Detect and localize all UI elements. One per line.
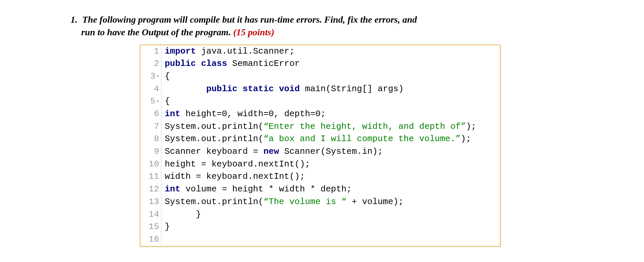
code-content: import java.util.Scanner; <box>161 45 295 58</box>
code-content: public static void main(String[] args) <box>161 83 404 96</box>
fold-chevron-icon[interactable]: ▾ <box>156 73 159 80</box>
line-number: 13 <box>149 196 159 208</box>
code-line: 11width = keyboard.nextInt(); <box>140 170 500 183</box>
code-line: 4 public static void main(String[] args) <box>140 83 500 96</box>
code-token: Scanner(System.in); <box>284 146 383 156</box>
line-number: 3 <box>150 70 156 83</box>
line-number-gutter: 3▾ <box>140 70 161 83</box>
line-number: 7 <box>154 121 159 133</box>
line-number: 15 <box>149 221 159 233</box>
code-token: java.util.Scanner; <box>201 46 295 56</box>
line-number-gutter: 6 <box>140 108 161 121</box>
code-line: 12int volume = height * width * depth; <box>140 183 500 196</box>
code-token: height = keyboard.nextInt(); <box>165 159 310 169</box>
line-number: 14 <box>149 208 159 221</box>
code-token: } <box>165 209 201 219</box>
code-content: height = keyboard.nextInt(); <box>161 158 310 171</box>
code-token: { <box>165 96 170 106</box>
code-token: 0 <box>316 109 321 119</box>
code-line: 14 } <box>140 208 500 221</box>
code-token: new <box>263 146 284 156</box>
code-line: 16 <box>140 233 500 246</box>
code-line: 10height = keyboard.nextInt(); <box>140 158 500 171</box>
line-number: 8 <box>154 133 159 145</box>
code-token: ); <box>466 122 476 131</box>
line-number: 4 <box>154 83 159 96</box>
line-number-gutter: 12 <box>140 183 161 196</box>
code-line: 6int height=0, width=0, depth=0; <box>140 108 500 121</box>
code-token: ; <box>321 109 326 119</box>
code-line: 13System.out.println(“The volume is “ + … <box>140 196 500 208</box>
code-content: System.out.println(“The volume is “ + vo… <box>161 196 404 208</box>
code-token: 0 <box>269 109 274 119</box>
code-content: int height=0, width=0, depth=0; <box>161 108 326 121</box>
code-line: 2public class SemanticError <box>140 58 500 70</box>
code-line: 5▾{ <box>140 95 500 108</box>
code-content: public class SemanticError <box>161 58 300 70</box>
code-token: System.out.println( <box>165 122 263 131</box>
code-token: SemanticError <box>232 59 300 69</box>
code-token: System.out.println( <box>165 134 263 144</box>
code-token: } <box>165 222 170 232</box>
line-number-gutter: 10 <box>140 158 161 171</box>
line-number-gutter: 7 <box>140 121 161 133</box>
line-number-gutter: 1 <box>140 45 161 58</box>
fold-chevron-icon[interactable]: ▾ <box>156 99 159 105</box>
line-number-gutter: 5▾ <box>140 95 161 108</box>
code-token: ); <box>461 134 471 144</box>
line-number-gutter: 15 <box>140 221 161 233</box>
line-number: 10 <box>149 158 159 171</box>
code-token: main(String[] args) <box>305 84 403 94</box>
code-content: Scanner keyboard = new Scanner(System.in… <box>161 145 383 158</box>
code-token: public static void <box>206 84 305 94</box>
code-content: { <box>161 70 170 83</box>
line-number-gutter: 2 <box>140 58 161 70</box>
code-token: import <box>165 46 201 56</box>
line-number: 9 <box>154 145 159 158</box>
line-number: 6 <box>154 108 159 121</box>
line-number: 5 <box>150 95 156 108</box>
code-token: height= <box>185 109 222 119</box>
prompt-text-line1: The following program will compile but i… <box>82 14 417 25</box>
code-content <box>161 233 165 246</box>
code-editor: 1import java.util.Scanner;2public class … <box>140 45 501 247</box>
code-line: 8System.out.println(“a box and I will co… <box>140 133 500 145</box>
line-number-gutter: 16 <box>140 233 161 246</box>
code-token: public class <box>165 59 232 69</box>
code-token: , depth= <box>274 109 316 119</box>
question-number: 1. <box>71 14 78 25</box>
code-token: “Enter the height, width, and depth of” <box>263 122 466 131</box>
question-container: 1.The following program will compile but… <box>13 13 546 247</box>
code-token: , width= <box>227 109 269 119</box>
code-token: “The volume is “ <box>263 197 346 207</box>
line-number-gutter: 8 <box>140 133 161 145</box>
code-token: System.out.println( <box>165 197 263 207</box>
code-token <box>165 84 206 94</box>
line-number-gutter: 14 <box>140 208 161 221</box>
code-token: 0 <box>222 109 227 119</box>
line-number: 11 <box>149 170 159 183</box>
code-content: width = keyboard.nextInt(); <box>161 170 305 183</box>
line-number: 16 <box>149 233 159 246</box>
code-content: } <box>161 208 201 221</box>
line-number-gutter: 13 <box>140 196 161 208</box>
code-content: System.out.println(“Enter the height, wi… <box>161 121 476 133</box>
code-token: int <box>165 184 185 194</box>
question-points: (15 points) <box>233 27 275 37</box>
line-number: 2 <box>154 58 159 70</box>
code-line: 15} <box>140 221 500 233</box>
code-token: volume = height * width * depth; <box>185 184 351 194</box>
code-token: int <box>165 109 185 119</box>
code-line: 1import java.util.Scanner; <box>140 45 500 58</box>
question-prompt: 1.The following program will compile but… <box>53 13 546 39</box>
code-content: int volume = height * width * depth; <box>161 183 352 196</box>
code-line: 7System.out.println(“Enter the height, w… <box>140 121 500 133</box>
code-content: System.out.println(“a box and I will com… <box>161 133 471 145</box>
code-token: Scanner keyboard = <box>165 146 263 156</box>
line-number-gutter: 11 <box>140 170 161 183</box>
code-token: { <box>165 71 170 81</box>
line-number-gutter: 9 <box>140 145 161 158</box>
code-token: “a box and I will compute the volume.” <box>263 134 461 144</box>
code-token: width = keyboard.nextInt(); <box>165 171 305 181</box>
code-content: { <box>161 95 170 108</box>
